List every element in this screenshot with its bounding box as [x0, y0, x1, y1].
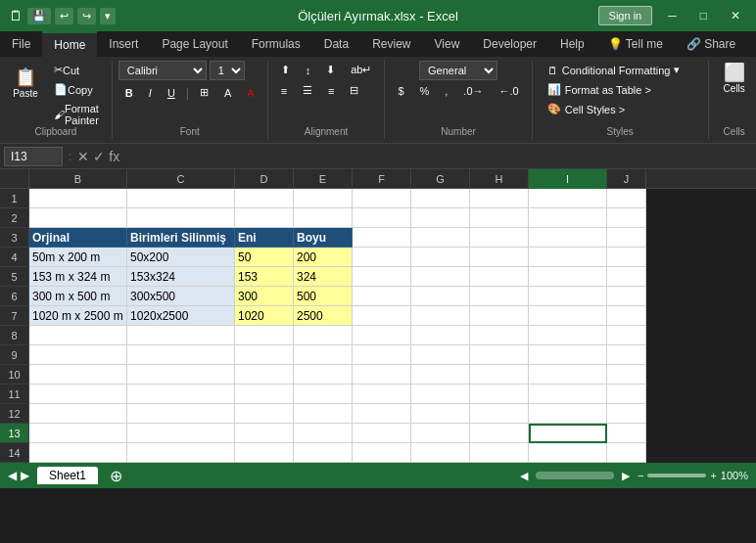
cell-h7[interactable]: [470, 306, 529, 326]
cell-h13[interactable]: [470, 424, 529, 443]
tab-insert[interactable]: Insert: [97, 31, 150, 57]
cell-d12[interactable]: [235, 404, 294, 424]
cell-g12[interactable]: [411, 404, 470, 424]
cell-h4[interactable]: [470, 248, 529, 267]
qat-dropdown[interactable]: ▾: [100, 8, 116, 24]
cell-h11[interactable]: [470, 385, 529, 404]
zoom-in-icon[interactable]: +: [710, 470, 716, 481]
cell-j10[interactable]: [607, 365, 646, 385]
row-num-9[interactable]: 9: [0, 345, 28, 365]
zoom-slider[interactable]: [647, 474, 706, 477]
font-color-button[interactable]: A: [240, 84, 260, 102]
cell-c11[interactable]: [127, 385, 235, 404]
cell-c7[interactable]: 1020x2500: [127, 306, 235, 326]
cell-i10[interactable]: [529, 365, 607, 385]
percent-button[interactable]: %: [413, 82, 437, 100]
tab-developer[interactable]: Developer: [471, 31, 548, 57]
col-header-b[interactable]: B: [29, 169, 127, 189]
cell-h10[interactable]: [470, 365, 529, 385]
cell-g14[interactable]: [411, 443, 470, 463]
conditional-formatting-button[interactable]: 🗒 Conditional Formatting ▾: [539, 61, 702, 79]
cell-g4[interactable]: [411, 248, 470, 267]
cell-b6[interactable]: 300 m x 500 m: [29, 287, 127, 306]
col-header-j[interactable]: J: [607, 169, 646, 189]
cell-g10[interactable]: [411, 365, 470, 385]
tab-tell-me[interactable]: 💡 Tell me: [596, 31, 675, 57]
cut-button[interactable]: ✂ Cut: [47, 61, 106, 79]
cell-i2[interactable]: [529, 208, 607, 228]
close-button[interactable]: ✕: [723, 0, 748, 31]
cell-i11[interactable]: [529, 385, 607, 404]
cell-j8[interactable]: [607, 326, 646, 345]
cell-g7[interactable]: [411, 306, 470, 326]
bold-button[interactable]: B: [118, 84, 140, 102]
cell-c10[interactable]: [127, 365, 235, 385]
col-header-c[interactable]: C: [127, 169, 235, 189]
cell-f12[interactable]: [353, 404, 411, 424]
cell-h9[interactable]: [470, 345, 529, 365]
cell-g9[interactable]: [411, 345, 470, 365]
cell-b14[interactable]: [29, 443, 127, 463]
align-left-button[interactable]: ≡: [274, 81, 294, 100]
cell-j13[interactable]: [607, 424, 646, 443]
cell-b1[interactable]: [29, 189, 127, 208]
cell-i7[interactable]: [529, 306, 607, 326]
cancel-formula-icon[interactable]: ✕: [77, 149, 89, 164]
cell-j2[interactable]: [607, 208, 646, 228]
cell-j4[interactable]: [607, 248, 646, 267]
col-header-h[interactable]: H: [470, 169, 529, 189]
cell-b3[interactable]: Orjinal: [29, 228, 127, 248]
cell-d6[interactable]: 300: [235, 287, 294, 306]
maximize-button[interactable]: □: [692, 0, 715, 31]
cell-e14[interactable]: [294, 443, 353, 463]
cell-e10[interactable]: [294, 365, 353, 385]
cell-d2[interactable]: [235, 208, 294, 228]
scrollbar[interactable]: [536, 472, 614, 479]
add-sheet-button[interactable]: ⊕: [106, 467, 126, 485]
next-sheet-icon[interactable]: ▶: [21, 469, 29, 482]
cell-e13[interactable]: [294, 424, 353, 443]
col-header-f[interactable]: F: [353, 169, 411, 189]
cell-c6[interactable]: 300x500: [127, 287, 235, 306]
minimize-button[interactable]: ─: [660, 0, 685, 31]
cell-c9[interactable]: [127, 345, 235, 365]
cell-e2[interactable]: [294, 208, 353, 228]
cell-b5[interactable]: 153 m x 324 m: [29, 267, 127, 287]
cell-h12[interactable]: [470, 404, 529, 424]
insert-function-icon[interactable]: fx: [109, 149, 119, 164]
copy-button[interactable]: 📄 Copy: [47, 80, 106, 99]
cell-f13[interactable]: [353, 424, 411, 443]
fill-color-button[interactable]: A: [217, 84, 238, 102]
row-num-8[interactable]: 8: [0, 326, 28, 345]
underline-button[interactable]: U: [161, 84, 182, 102]
tab-data[interactable]: Data: [312, 31, 360, 57]
sign-in-button[interactable]: Sign in: [598, 6, 653, 25]
cell-j3[interactable]: [607, 228, 646, 248]
merge-button[interactable]: ⊟: [343, 81, 365, 100]
cell-j14[interactable]: [607, 443, 646, 463]
cell-d5[interactable]: 153: [235, 267, 294, 287]
col-header-i[interactable]: I: [529, 169, 607, 189]
cell-e9[interactable]: [294, 345, 353, 365]
cell-f5[interactable]: [353, 267, 411, 287]
row-num-5[interactable]: 5: [0, 267, 28, 287]
cell-i1[interactable]: [529, 189, 607, 208]
undo-button[interactable]: ↩: [55, 8, 73, 24]
tab-review[interactable]: Review: [360, 31, 422, 57]
cell-g8[interactable]: [411, 326, 470, 345]
cell-b7[interactable]: 1020 m x 2500 m: [29, 306, 127, 326]
row-num-4[interactable]: 4: [0, 248, 28, 267]
cell-i13[interactable]: [529, 424, 607, 443]
cell-f4[interactable]: [353, 248, 411, 267]
cell-e5[interactable]: 324: [294, 267, 353, 287]
save-button[interactable]: 💾: [27, 8, 51, 24]
format-as-table-button[interactable]: 📊 Format as Table >: [539, 80, 702, 99]
number-format-select[interactable]: General: [419, 61, 497, 80]
row-num-14[interactable]: 14: [0, 443, 28, 463]
cell-h8[interactable]: [470, 326, 529, 345]
cell-b10[interactable]: [29, 365, 127, 385]
col-header-d[interactable]: D: [235, 169, 294, 189]
redo-button[interactable]: ↪: [77, 8, 96, 24]
cell-h3[interactable]: [470, 228, 529, 248]
align-center-button[interactable]: ☰: [296, 81, 319, 100]
